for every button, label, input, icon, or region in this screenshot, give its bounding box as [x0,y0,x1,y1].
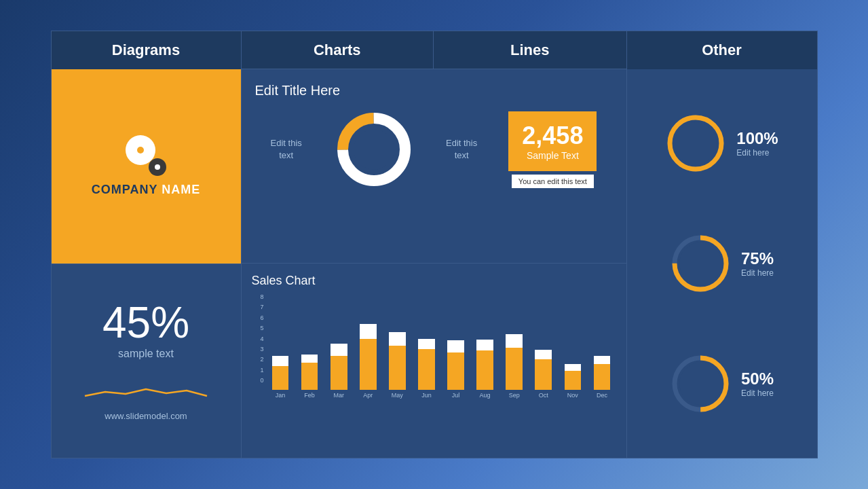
other-cell: 100% Edit here 75% Edit here [627,69,817,458]
bar-aug: Aug [471,315,499,399]
logo-cell: COMPANY NAME [52,69,242,264]
bar-orange-jul [447,352,464,390]
bar-dec: Dec [588,315,616,399]
bar-white-jan [272,356,289,366]
header-middle: Charts Lines [242,31,627,69]
svg-point-12 [679,363,721,405]
bar-sep: Sep [500,315,528,399]
dashboard: Diagrams Charts Lines Other COMPANY NAME [51,31,818,458]
bar-chart-cell: Sales Chart 0 1 2 3 4 5 6 7 8 [242,264,627,458]
bar-white-dec [594,356,611,364]
bar-jan: Jan [267,315,295,399]
bar-wrapper-oct [529,315,557,390]
bar-orange-feb [301,363,318,390]
bar-label-jan: Jan [276,392,286,399]
bar-may: May [383,315,411,399]
bar-mar: Mar [325,315,353,399]
bars-container: Jan Feb Mar [252,293,616,399]
bar-nov: Nov [559,315,586,399]
bar-white-jun [418,339,435,349]
donut-left-label: Edit thistext [271,137,302,162]
bar-label-feb: Feb [304,392,315,399]
bar-white-mar [331,344,347,356]
stats-cell: 45% sample text www.slidemodel.com [52,264,242,458]
logo-inner-dot [137,147,144,153]
bar-wrapper-jan [267,315,295,390]
bar-orange-apr [360,339,377,390]
bar-feb: Feb [296,315,324,399]
bar-white-sep [506,334,523,348]
logo-dot [155,164,160,170]
bar-wrapper-jul [442,315,470,390]
bar-jun: Jun [413,315,440,399]
donut-right-label: Edit thistext [446,137,477,162]
bar-white-oct [535,350,552,359]
bar-label-dec: Dec [597,392,607,399]
value-number: 2,458 [522,122,583,150]
progress-item-75: 75% Edit here [670,233,774,294]
svg-point-9 [679,242,721,285]
bar-chart-title: Sales Chart [252,274,616,288]
bar-wrapper-dec [588,315,616,390]
donut-cell: Edit Title Here Edit thistext Edit thist… [242,69,627,264]
ring-100 [665,113,726,174]
bar-orange-jan [272,366,289,390]
bar-label-sep: Sep [509,392,520,399]
bar-orange-may [389,346,406,390]
donut-chart [333,109,415,190]
sample-text: sample text [118,348,174,360]
left-column: COMPANY NAME 45% sample text www.slidemo… [52,69,242,458]
progress-item-50: 50% Edit here [670,353,774,414]
bar-orange-jun [418,349,435,390]
bar-wrapper-nov [559,315,586,390]
company-name: COMPANY NAME [92,183,200,197]
bar-apr: Apr [354,315,382,399]
value-sub-text: You can edit this text [512,175,594,188]
bar-white-jul [447,340,464,352]
logo-small-circle [149,158,166,176]
bar-chart-wrapper: 0 1 2 3 4 5 6 7 8 Jan [252,293,616,399]
bar-jul: Jul [442,315,470,399]
company-logo-icon [126,135,166,176]
bar-white-feb [301,355,318,363]
header-diagrams: Diagrams [52,31,242,69]
bar-wrapper-sep [500,315,528,390]
bar-label-mar: Mar [333,392,344,399]
progress-labels-75: 75% Edit here [741,249,774,278]
sparkline-chart [78,370,214,404]
bar-white-apr [360,324,377,339]
y-axis: 0 1 2 3 4 5 6 7 8 [252,293,264,384]
bar-orange-aug [476,350,493,390]
bar-wrapper-aug [471,315,499,390]
value-box-container: 2,458 Sample Text You can edit this text [508,111,597,188]
value-label: Sample Text [527,150,579,161]
bar-wrapper-mar [325,315,353,390]
bar-orange-oct [535,359,552,390]
bar-orange-sep [506,348,523,390]
percent-display: 45% [102,301,189,344]
donut-area: Edit thistext Edit thistext 2,458 [255,109,613,190]
bar-wrapper-feb [296,315,324,390]
svg-point-3 [354,129,394,170]
bar-label-jul: Jul [452,392,460,399]
bar-orange-dec [594,364,611,390]
value-box: 2,458 Sample Text [508,111,597,171]
bar-wrapper-may [383,315,411,390]
bar-label-aug: Aug [480,392,491,399]
bar-orange-nov [565,371,582,390]
ring-50 [670,353,731,414]
bar-wrapper-jun [413,315,440,390]
svg-point-6 [675,122,717,164]
donut-title: Edit Title Here [255,83,341,98]
bar-label-nov: Nov [567,392,578,399]
bar-white-may [389,332,406,346]
website-label: www.slidemodel.com [105,411,187,421]
bar-wrapper-apr [354,315,382,390]
header-other: Other [627,31,817,69]
bar-label-apr: Apr [363,392,373,399]
progress-labels-100: 100% Edit here [736,129,778,158]
ring-75 [670,233,731,294]
progress-item-100: 100% Edit here [665,113,778,174]
bar-label-oct: Oct [539,392,548,399]
header-charts: Charts [242,31,434,69]
